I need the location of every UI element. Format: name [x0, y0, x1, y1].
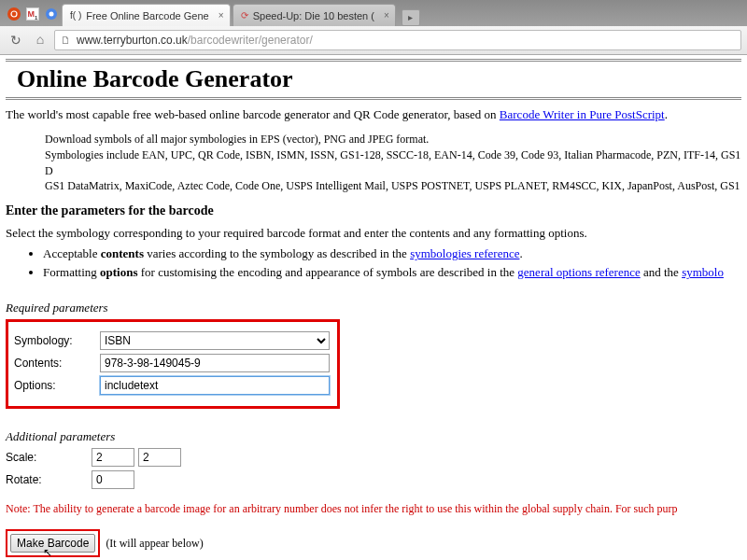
browser-chrome: M1 f( ) Free Online Barcode Gene × ⟳ Spe… [0, 0, 747, 55]
gmail-icon[interactable]: M1 [26, 7, 39, 21]
text: The world's most capable free web-based … [6, 107, 500, 121]
scale-label: Scale: [6, 451, 92, 464]
svg-point-3 [49, 12, 54, 17]
close-icon[interactable]: × [384, 10, 389, 21]
tab-favicon: f( ) [70, 10, 81, 21]
params-desc: Select the symbology corresponding to yo… [6, 226, 741, 241]
text: contents [101, 246, 144, 260]
ubuntu-icon [7, 7, 21, 21]
globe-icon: 🗋 [61, 35, 71, 46]
intro-text: The world's most capable free web-based … [6, 107, 741, 122]
params-heading: Enter the parameters for the barcode [6, 203, 741, 218]
browser-icon[interactable] [45, 7, 58, 21]
text: Acceptable [43, 246, 101, 260]
options-label: Options: [14, 379, 100, 392]
make-button-highlight: Make Barcode ↖ [6, 529, 100, 557]
close-icon[interactable]: × [218, 10, 224, 21]
page-title: Online Barcode Generator [6, 62, 741, 97]
symbologies-ref-link[interactable]: symbologies reference [410, 246, 519, 260]
reload-icon[interactable]: ↻ [6, 30, 26, 50]
symbology-select[interactable]: ISBN [100, 331, 330, 350]
symbology-label: Symbology: [14, 334, 100, 347]
make-barcode-button[interactable]: Make Barcode [10, 534, 95, 553]
rotate-label: Rotate: [6, 473, 92, 486]
postscript-link[interactable]: Barcode Writer in Pure PostScript [500, 107, 665, 121]
text: Formatting [43, 265, 100, 279]
home-icon[interactable]: ⌂ [30, 30, 50, 50]
tab-active[interactable]: f( ) Free Online Barcode Gene × [62, 4, 231, 26]
contents-label: Contents: [14, 357, 100, 370]
nav-bar: ↻ ⌂ 🗋 www.terryburton.co.uk/barcodewrite… [0, 26, 747, 54]
contents-input[interactable] [100, 354, 330, 372]
url-path: /barcodewriter/generator/ [188, 34, 313, 47]
text: . [519, 246, 522, 260]
url-bar[interactable]: 🗋 www.terryburton.co.uk/barcodewriter/ge… [54, 30, 741, 50]
blurb-line: Download symbols of all major symbologie… [45, 132, 741, 147]
blurb-line: Symbologies include EAN, UPC, QR Code, I… [45, 147, 741, 179]
supply-chain-note: Note: The ability to generate a barcode … [6, 502, 741, 516]
list-item: Formatting options for customising the e… [43, 265, 741, 280]
tab-title: Free Online Barcode Gene [86, 10, 208, 21]
additional-params: Scale: Rotate: [6, 448, 741, 489]
tab-inactive[interactable]: ⟳ Speed-Up: Die 10 besten ( × [233, 4, 396, 26]
tab-bar: M1 f( ) Free Online Barcode Gene × ⟳ Spe… [0, 0, 747, 26]
options-input[interactable] [100, 376, 330, 395]
text: . [665, 107, 668, 121]
additional-params-label: Additional parameters [6, 429, 741, 444]
symbology-options-link[interactable]: symbolo [682, 265, 724, 279]
general-options-link[interactable]: general options reference [517, 265, 640, 279]
url-host: www.terryburton.co.uk [77, 34, 188, 47]
svg-point-0 [7, 7, 21, 21]
text: options [100, 265, 137, 279]
text: and the [641, 265, 682, 279]
blurb: Download symbols of all major symbologie… [45, 132, 741, 194]
required-params-highlight: Symbology: ISBN Contents: Options: [6, 319, 340, 409]
scale-x-input[interactable] [92, 448, 134, 467]
scale-y-input[interactable] [138, 448, 181, 467]
rotate-input[interactable] [92, 470, 134, 489]
bullet-list: Acceptable contents varies according to … [43, 246, 741, 280]
blurb-line: GS1 DataMatrix, MaxiCode, Aztec Code, Co… [45, 178, 741, 194]
tab-title: Speed-Up: Die 10 besten ( [253, 10, 374, 21]
text: varies according to the symbology as des… [144, 246, 410, 260]
text: for customising the encoding and appeara… [138, 265, 518, 279]
new-tab-button[interactable]: ▸ [402, 9, 420, 26]
divider [6, 97, 741, 100]
page-content: Online Barcode Generator The world's mos… [0, 55, 747, 560]
tab-favicon: ⟳ [241, 10, 248, 21]
required-params-label: Required parameters [6, 301, 741, 315]
appear-below-text: (It will appear below) [106, 537, 203, 551]
make-row: Make Barcode ↖ (It will appear below) [6, 529, 741, 557]
list-item: Acceptable contents varies according to … [43, 246, 741, 261]
